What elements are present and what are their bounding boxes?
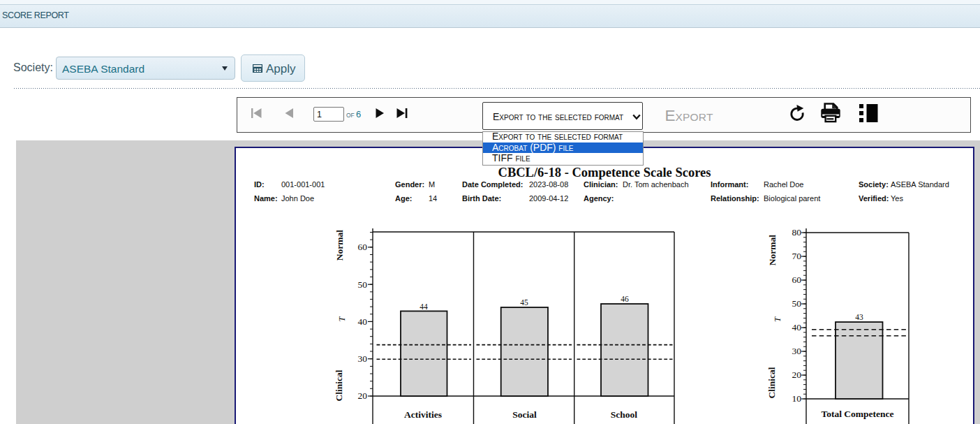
svg-text:20: 20 (792, 370, 802, 380)
svg-text:60: 60 (358, 242, 368, 252)
svg-text:Normal: Normal (334, 230, 345, 261)
svg-text:80: 80 (792, 227, 802, 237)
svg-text:T: T (337, 316, 347, 321)
svg-text:Social: Social (512, 409, 537, 420)
svg-text:Total Competence: Total Competence (821, 409, 893, 419)
svg-text:Clinical: Clinical (766, 367, 777, 398)
svg-text:School: School (611, 409, 638, 420)
svg-text:40: 40 (358, 316, 368, 327)
svg-text:Clinical: Clinical (334, 370, 344, 401)
svg-text:46: 46 (621, 295, 629, 303)
svg-text:45: 45 (520, 298, 528, 307)
svg-text:70: 70 (792, 251, 802, 261)
svg-text:40: 40 (792, 322, 802, 332)
svg-text:20: 20 (358, 390, 368, 401)
svg-text:T: T (773, 316, 782, 322)
svg-text:44: 44 (420, 302, 428, 311)
svg-text:50: 50 (358, 279, 368, 290)
svg-text:10: 10 (792, 393, 802, 404)
svg-text:50: 50 (792, 298, 802, 309)
svg-text:43: 43 (855, 313, 863, 321)
svg-text:30: 30 (792, 346, 802, 356)
svg-text:Activities: Activities (404, 409, 442, 420)
svg-text:Normal: Normal (767, 235, 778, 265)
svg-text:30: 30 (358, 353, 368, 364)
svg-text:60: 60 (792, 275, 802, 285)
